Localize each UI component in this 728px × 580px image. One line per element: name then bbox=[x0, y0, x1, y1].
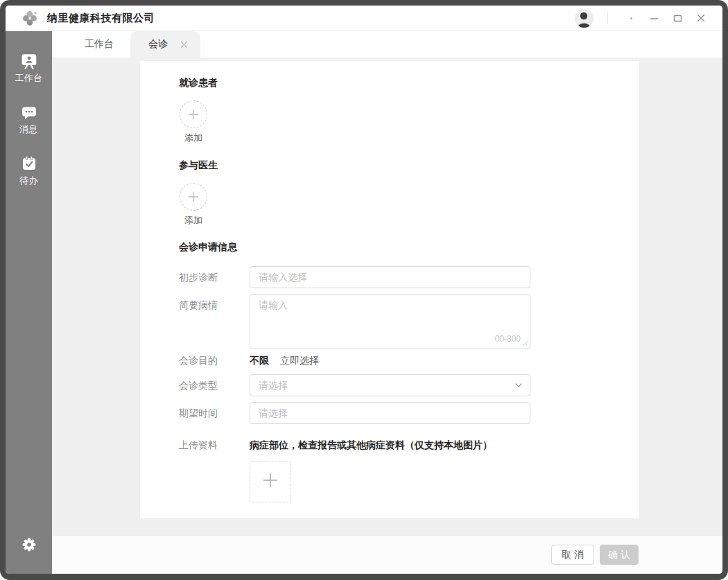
upload-label: 上传资料 bbox=[179, 434, 250, 502]
sidebar-item-label: 工作台 bbox=[15, 72, 43, 85]
condition-label: 简要病情 bbox=[179, 294, 250, 349]
add-doctor-label: 添加 bbox=[184, 214, 202, 227]
add-icon bbox=[180, 100, 207, 128]
workbench-icon bbox=[20, 52, 38, 70]
maximize-button[interactable] bbox=[666, 8, 689, 28]
tab-close-icon[interactable] bbox=[180, 41, 188, 49]
diagnosis-label: 初步诊断 bbox=[179, 266, 250, 288]
sidebar-item-label: 待办 bbox=[19, 175, 38, 187]
sidebar-item-messages[interactable]: 消息 bbox=[19, 103, 38, 136]
upload-button[interactable] bbox=[250, 461, 291, 502]
condition-textarea[interactable] bbox=[250, 294, 530, 349]
purpose-options: 不限 立即选择 bbox=[250, 355, 319, 367]
message-icon bbox=[20, 103, 38, 121]
close-button[interactable] bbox=[689, 8, 713, 28]
sidebar: 工作台 消息 bbox=[6, 31, 52, 574]
right-panel: 工作台 会诊 就诊患者 bbox=[52, 31, 722, 574]
patient-section-title: 就诊患者 bbox=[179, 77, 612, 89]
tab-consultation[interactable]: 会诊 bbox=[130, 31, 200, 58]
tab-workbench[interactable]: 工作台 bbox=[68, 31, 130, 58]
purpose-option-unlimited[interactable]: 不限 bbox=[250, 355, 269, 367]
titlebar-controls bbox=[575, 8, 713, 28]
type-select[interactable] bbox=[250, 374, 530, 396]
more-dot-icon[interactable] bbox=[630, 17, 632, 19]
purpose-label: 会诊目的 bbox=[179, 355, 250, 367]
condition-field: 00-300 bbox=[250, 294, 530, 349]
condition-row: 简要病情 00-300 bbox=[179, 294, 612, 349]
upload-row: 上传资料 病症部位，检查报告或其他病症资料（仅支持本地图片） bbox=[179, 434, 612, 502]
app-window: 纳里健康科技有限公司 bbox=[0, 0, 728, 580]
tab-bar: 工作台 会诊 bbox=[52, 31, 722, 58]
footer: 取 消 确 认 bbox=[52, 535, 722, 574]
todo-icon bbox=[20, 155, 38, 173]
request-section-title: 会诊申请信息 bbox=[179, 241, 612, 254]
add-doctor-button[interactable]: 添加 bbox=[179, 183, 208, 227]
upload-description: 病症部位，检查报告或其他病症资料（仅支持本地图片） bbox=[250, 434, 492, 450]
confirm-button[interactable]: 确 认 bbox=[600, 545, 639, 565]
cancel-button[interactable]: 取 消 bbox=[551, 545, 594, 565]
tab-label: 会诊 bbox=[148, 38, 168, 51]
diagnosis-row: 初步诊断 bbox=[179, 266, 612, 288]
app-logo-icon bbox=[21, 9, 39, 27]
char-counter: 00-300 bbox=[495, 334, 521, 344]
type-row: 会诊类型 bbox=[179, 374, 612, 396]
purpose-row: 会诊目的 不限 立即选择 bbox=[179, 355, 612, 367]
window-inner: 纳里健康科技有限公司 bbox=[6, 6, 722, 574]
app-title: 纳里健康科技有限公司 bbox=[47, 12, 155, 25]
upload-field: 病症部位，检查报告或其他病症资料（仅支持本地图片） bbox=[250, 434, 492, 502]
consultation-form-card: 就诊患者 添加 参与医生 bbox=[140, 61, 639, 518]
upload-plus-icon bbox=[261, 471, 279, 492]
sidebar-item-label: 消息 bbox=[19, 123, 38, 136]
content-area: 就诊患者 添加 参与医生 bbox=[52, 58, 722, 535]
avatar[interactable] bbox=[575, 9, 593, 28]
titlebar-divider bbox=[607, 12, 608, 24]
time-input[interactable] bbox=[250, 402, 530, 424]
minimize-button[interactable] bbox=[642, 8, 666, 28]
settings-button[interactable] bbox=[22, 538, 36, 554]
add-icon bbox=[180, 183, 207, 211]
add-patient-button[interactable]: 添加 bbox=[179, 100, 208, 144]
gear-icon bbox=[22, 538, 36, 554]
type-select-input[interactable] bbox=[250, 374, 530, 396]
tab-label: 工作台 bbox=[85, 38, 114, 51]
add-patient-label: 添加 bbox=[184, 132, 202, 144]
sidebar-item-workbench[interactable]: 工作台 bbox=[15, 52, 43, 85]
time-row: 期望时间 bbox=[179, 402, 612, 424]
type-label: 会诊类型 bbox=[179, 374, 250, 396]
time-label: 期望时间 bbox=[179, 402, 250, 424]
doctor-section-title: 参与医生 bbox=[179, 159, 612, 172]
diagnosis-input[interactable] bbox=[250, 266, 530, 288]
resize-handle-icon[interactable] bbox=[522, 340, 528, 346]
main-area: 工作台 消息 bbox=[6, 31, 722, 574]
titlebar: 纳里健康科技有限公司 bbox=[6, 6, 722, 31]
sidebar-item-todo[interactable]: 待办 bbox=[19, 155, 38, 187]
purpose-option-immediate[interactable]: 立即选择 bbox=[280, 355, 319, 367]
